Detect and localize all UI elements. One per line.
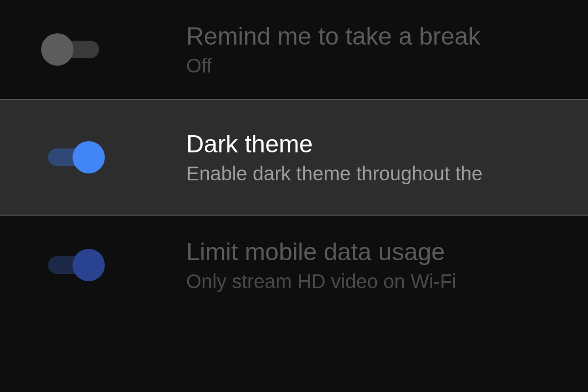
settings-list: Remind me to take a break Off Dark theme…: [0, 0, 588, 392]
toggle-knob: [73, 249, 105, 281]
setting-title: Limit mobile data usage: [186, 237, 456, 267]
setting-text: Dark theme Enable dark theme throughout …: [186, 129, 483, 185]
toggle-knob: [73, 141, 105, 173]
setting-row-limit-data[interactable]: Limit mobile data usage Only stream HD v…: [0, 216, 588, 315]
toggle-remind-break[interactable]: [44, 37, 103, 62]
setting-row-remind-break[interactable]: Remind me to take a break Off: [0, 0, 588, 99]
setting-subtitle: Only stream HD video on Wi-Fi: [186, 270, 456, 293]
setting-title: Dark theme: [186, 129, 483, 159]
setting-subtitle: Enable dark theme throughout the: [186, 162, 483, 185]
toggle-dark-theme[interactable]: [44, 145, 103, 170]
toggle-limit-data[interactable]: [44, 253, 103, 277]
setting-subtitle: Off: [186, 54, 480, 77]
setting-text: Remind me to take a break Off: [186, 22, 480, 77]
setting-title: Remind me to take a break: [186, 22, 480, 51]
toggle-knob: [41, 33, 74, 66]
setting-text: Limit mobile data usage Only stream HD v…: [186, 237, 456, 293]
setting-row-dark-theme[interactable]: Dark theme Enable dark theme throughout …: [0, 99, 588, 216]
